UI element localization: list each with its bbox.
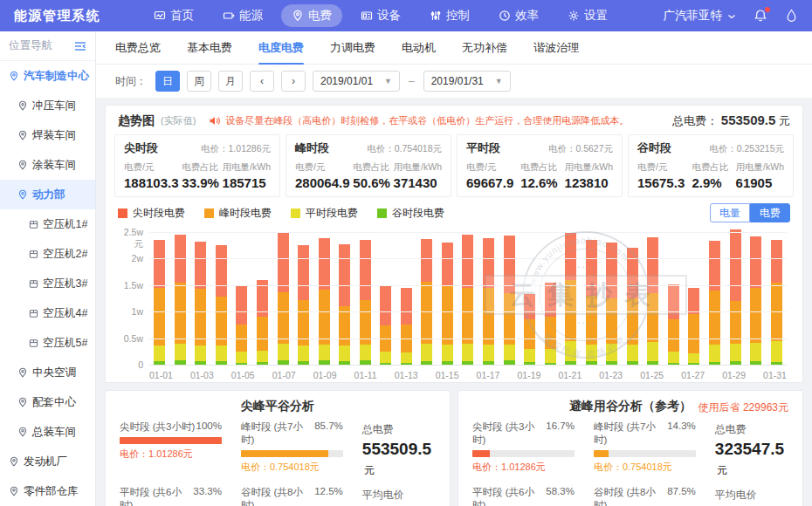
- stacked-bar-01-06: [257, 280, 268, 365]
- bar-slot: [334, 232, 355, 365]
- legend-swatch: [377, 209, 387, 218]
- mode-month-button[interactable]: 月: [218, 71, 243, 92]
- sidebar-item-auto-manufacturing-center[interactable]: 汽车制造中心: [0, 61, 95, 91]
- top-navigation-bar: 能源管理系统 首页 能源 电费 设备 控制 效率 设置: [0, 0, 812, 31]
- tab-motor[interactable]: 电动机: [402, 31, 436, 65]
- metric-price: 电价：1.01286元: [120, 448, 222, 461]
- tree-label: 总装车间: [32, 425, 76, 440]
- trend-panel: 趋势图 (实际值) 设备尽量在峰段（高电价）时刻检修，在平或谷（低电价）生产运行…: [105, 105, 803, 383]
- water-drop-icon[interactable]: [785, 9, 798, 23]
- bar-slot: [458, 232, 478, 365]
- metric-valley: 谷时段 (共8小时)12.5% 电价：0.253215元: [241, 486, 343, 506]
- x-axis-tick: 01-15: [436, 370, 459, 380]
- sidebar-item-power-department[interactable]: 动力部: [0, 180, 95, 209]
- bar-segment-平时段电费: [236, 352, 247, 362]
- nav-item-energy[interactable]: 能源: [212, 4, 273, 27]
- gridline: [149, 311, 787, 312]
- stacked-bar-01-04: [216, 245, 227, 365]
- y-axis-tick: 2w: [132, 253, 143, 263]
- sidebar-item-compressor-2[interactable]: 空压机2#: [0, 239, 95, 269]
- bar-segment-平时段电费: [771, 341, 782, 362]
- company-name: 广汽菲亚特: [664, 8, 723, 24]
- y-axis-tick: 1w: [132, 306, 143, 317]
- tab-energy-fee[interactable]: 电度电费: [258, 31, 304, 65]
- avg-price-block: 平均电价 0.8982元: [362, 486, 436, 506]
- analysis-grid: 尖时段 (共3小时)100% 电价：1.01286元 峰时段 (共7小时)85.…: [120, 421, 436, 506]
- start-date-select[interactable]: 2019/01/01 ▼: [313, 71, 400, 92]
- bar-segment-尖时段电费: [380, 285, 391, 325]
- toggle-energy-button[interactable]: 电量: [710, 203, 750, 222]
- x-axis-tick: 01-11: [354, 370, 377, 380]
- metric-label: 峰时段 (共7小时): [241, 421, 314, 447]
- sidebar-item-compressor-5[interactable]: 空压机5#: [0, 328, 95, 358]
- stacked-bar-01-15: [442, 243, 453, 365]
- sidebar-item-painting-shop[interactable]: 涂装车间: [0, 150, 95, 180]
- toggle-fee-button[interactable]: 电费: [750, 203, 790, 222]
- sidebar-item-support-center[interactable]: 配套中心: [0, 387, 95, 417]
- mode-week-button[interactable]: 周: [187, 71, 211, 92]
- nav-item-home[interactable]: 首页: [143, 4, 204, 27]
- bar-slot: [561, 232, 581, 365]
- period-stat-cards: 尖时段电价：1.01286元 电费/元188103.3 电费占比33.9% 用电…: [106, 134, 802, 197]
- sidebar-item-compressor-1[interactable]: 空压机1#: [0, 209, 95, 239]
- prev-period-button[interactable]: ‹: [250, 71, 274, 92]
- x-axis-tick: 01-17: [477, 370, 500, 380]
- sidebar-item-welding-shop[interactable]: 焊装车间: [0, 120, 95, 150]
- y-axis-tick: 2.5w: [124, 227, 143, 237]
- nav-item-electricity-fee[interactable]: 电费: [281, 4, 342, 27]
- bar-segment-平时段电费: [195, 345, 206, 362]
- next-period-button[interactable]: ›: [281, 71, 306, 92]
- stacked-bar-01-02: [175, 235, 186, 365]
- tab-reactive-compensation[interactable]: 无功补偿: [462, 31, 507, 65]
- savings-badge: 使用后省 229963元: [698, 400, 788, 415]
- chart-legend: 尖时段电费 峰时段电费 平时段电费 谷时段电费 电量 电费: [106, 197, 802, 223]
- metric-label: 平时段 (共6小时): [120, 486, 193, 506]
- machine-icon: [29, 338, 38, 348]
- notification-badge: [765, 7, 770, 12]
- bar-slot: [746, 232, 767, 365]
- tab-power-factor-fee[interactable]: 力调电费: [330, 31, 375, 65]
- x-axis-tick: [581, 370, 599, 380]
- sidebar-item-parts-warehouse[interactable]: 零件部仓库: [0, 476, 95, 506]
- total-fee-unit: 元: [779, 114, 790, 127]
- bar-segment-峰时段电费: [504, 293, 515, 345]
- machine-icon: [29, 220, 38, 229]
- ratio-value: 50.6%: [353, 175, 390, 190]
- x-axis-tick: 01-29: [722, 370, 746, 380]
- bar-segment-平时段电费: [175, 344, 186, 361]
- end-date-select[interactable]: 2019/01/31 ▼: [423, 71, 511, 92]
- stat-card-valley: 谷时段电价：0.253215元 电费/元15675.3 电费占比2.9% 用电量…: [628, 134, 794, 197]
- metric-label: 尖时段 (共3小时): [472, 421, 546, 447]
- mode-day-button[interactable]: 日: [155, 71, 180, 92]
- nav-label: 控制: [446, 8, 470, 24]
- nav-item-devices[interactable]: 设备: [350, 4, 411, 27]
- x-axis-tick: 01-19: [518, 370, 541, 380]
- nav-label: 能源: [239, 8, 263, 24]
- collapse-sidebar-icon[interactable]: [74, 41, 86, 51]
- tab-basic-fee[interactable]: 基本电费: [187, 31, 232, 65]
- bar-segment-尖时段电费: [771, 240, 782, 283]
- fee-label: 电费/元: [466, 161, 513, 174]
- nav-item-settings[interactable]: 设置: [557, 4, 618, 27]
- x-axis-tick: [377, 370, 395, 380]
- company-dropdown[interactable]: 广汽菲亚特: [664, 8, 737, 24]
- sidebar-item-compressor-4[interactable]: 空压机4#: [0, 298, 95, 328]
- nav-item-control[interactable]: 控制: [419, 4, 480, 27]
- bar-slot: [581, 232, 602, 365]
- metric-flat: 平时段 (共6小时)33.3% 电价：0.5627元: [120, 486, 222, 506]
- notifications-bell[interactable]: [754, 9, 767, 23]
- sidebar-item-stamping-shop[interactable]: 冲压车间: [0, 91, 95, 120]
- tab-harmonic-control[interactable]: 谐波治理: [533, 31, 579, 65]
- sidebar-item-engine-plant[interactable]: 发动机厂: [0, 447, 95, 476]
- sidebar-item-assembly-shop[interactable]: 总装车间: [0, 417, 95, 447]
- clock-icon: [499, 10, 511, 22]
- sidebar-header: 位置导航: [0, 31, 95, 61]
- bar-segment-峰时段电费: [257, 317, 268, 351]
- x-axis-tick: [459, 370, 477, 380]
- bar-segment-尖时段电费: [709, 241, 720, 291]
- period-analysis-panel: 尖峰平谷分析 尖时段 (共3小时)100% 电价：1.01286元 峰时段 (共…: [105, 390, 451, 506]
- tab-fee-overview[interactable]: 电费总览: [115, 31, 161, 65]
- nav-item-efficiency[interactable]: 效率: [488, 4, 549, 27]
- sidebar-item-compressor-3[interactable]: 空压机3#: [0, 269, 95, 298]
- sidebar-item-central-aircon[interactable]: 中央空调: [0, 358, 95, 387]
